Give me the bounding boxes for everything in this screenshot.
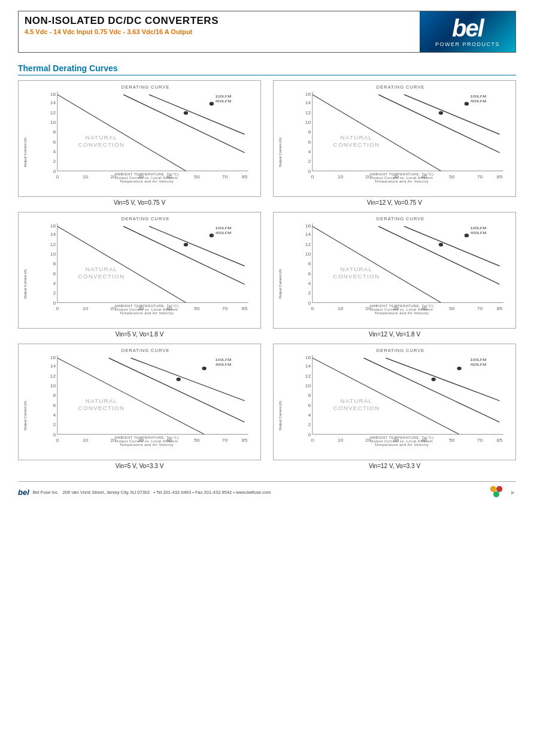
svg-line-47 bbox=[312, 95, 441, 171]
svg-text:8: 8 bbox=[53, 262, 56, 266]
svg-text:CONVECTION: CONVECTION bbox=[333, 406, 380, 411]
charts-grid: DERATING CURVE Output Current (A) 0 2 4 … bbox=[18, 80, 516, 469]
svg-text:12: 12 bbox=[305, 374, 311, 378]
y-axis-label-6: Output Current (A) bbox=[278, 401, 282, 430]
chart-container-1: DERATING CURVE Output Current (A) 0 2 4 … bbox=[18, 80, 261, 206]
chart-container-5: DERATING CURVE Output Current (A) 0 2 4 … bbox=[18, 344, 261, 469]
page-header: NON-ISOLATED DC/DC CONVERTERS 4.5 Vdc - … bbox=[18, 11, 516, 53]
footer-address: 206 Van Vorst Street, Jersey City, NJ 07… bbox=[63, 490, 150, 495]
svg-text:8: 8 bbox=[308, 262, 311, 266]
svg-text:14: 14 bbox=[305, 364, 311, 369]
svg-text:16: 16 bbox=[50, 356, 56, 360]
svg-text:CONVECTION: CONVECTION bbox=[78, 142, 125, 148]
svg-point-135 bbox=[202, 366, 206, 370]
svg-text:16: 16 bbox=[50, 224, 56, 229]
svg-point-168 bbox=[490, 486, 496, 492]
svg-text:10: 10 bbox=[50, 384, 56, 388]
svg-text:14: 14 bbox=[305, 101, 311, 105]
footer-contact: • Tel 201-432-0463 • Fax 201-432-9542 • … bbox=[153, 490, 271, 495]
svg-text:16: 16 bbox=[50, 92, 56, 97]
bel-logo-icon bbox=[490, 485, 503, 499]
chart-title-2: DERATING CURVE bbox=[290, 84, 511, 90]
y-axis-label-3: Output Current (A) bbox=[23, 269, 27, 299]
svg-text:2: 2 bbox=[308, 291, 311, 296]
svg-text:400LFM: 400LFM bbox=[471, 99, 487, 103]
svg-text:2: 2 bbox=[53, 159, 56, 164]
svg-text:12: 12 bbox=[305, 242, 311, 247]
svg-line-132 bbox=[109, 358, 245, 422]
chart-box-1: DERATING CURVE Output Current (A) 0 2 4 … bbox=[18, 80, 261, 197]
svg-text:12: 12 bbox=[50, 110, 56, 115]
svg-line-103 bbox=[312, 226, 441, 303]
svg-text:400LFM: 400LFM bbox=[471, 231, 487, 235]
svg-text:2: 2 bbox=[308, 159, 311, 164]
svg-text:400LFM: 400LFM bbox=[216, 363, 232, 366]
chart-container-3: DERATING CURVE Output Current (A) 0 2 4 … bbox=[18, 212, 261, 338]
page-subtitle: 4.5 Vdc - 14 Vdc Input 0.75 Vdc - 3.63 V… bbox=[25, 28, 414, 35]
svg-line-159 bbox=[312, 358, 459, 435]
svg-text:4: 4 bbox=[53, 150, 56, 154]
section-title: Thermal Derating Curves bbox=[18, 63, 516, 75]
svg-text:2: 2 bbox=[308, 423, 311, 427]
svg-text:NATURAL: NATURAL bbox=[86, 398, 118, 403]
chart-box-5: DERATING CURVE Output Current (A) 0 2 4 … bbox=[18, 344, 261, 460]
y-axis-label-1: Output Current (A) bbox=[23, 138, 27, 167]
svg-text:100LFM: 100LFM bbox=[216, 95, 232, 98]
svg-text:400LFM: 400LFM bbox=[216, 231, 232, 235]
svg-line-160 bbox=[364, 358, 500, 422]
footer-logo: bel bbox=[18, 488, 29, 497]
chart-caption-3: Vin=5 V, Vo=1.8 V bbox=[116, 331, 164, 338]
chart-title-6: DERATING CURVE bbox=[290, 348, 511, 353]
svg-text:NATURAL: NATURAL bbox=[86, 135, 118, 140]
chart-container-4: DERATING CURVE Output Current (A) 0 2 4 … bbox=[273, 212, 516, 338]
chart-box-4: DERATING CURVE Output Current (A) 0 2 4 … bbox=[273, 212, 516, 329]
chart-box-6: DERATING CURVE Output Current (A) 0 2 4 … bbox=[273, 344, 516, 460]
svg-text:NATURAL: NATURAL bbox=[341, 135, 373, 140]
chart-title-5: DERATING CURVE bbox=[35, 348, 256, 353]
chart-box-2: DERATING CURVE Output Current (A) 0 2 4 … bbox=[273, 80, 516, 197]
header-title-block: NON-ISOLATED DC/DC CONVERTERS 4.5 Vdc - … bbox=[19, 11, 420, 52]
x-axis-label-3: AMBIENT TEMPERATURE, Ta(°C) Output Curre… bbox=[35, 304, 258, 315]
svg-point-162 bbox=[432, 378, 436, 381]
chart-caption-1: Vin=5 V, Vo=0.75 V bbox=[114, 199, 165, 206]
svg-line-75 bbox=[57, 226, 186, 303]
svg-text:NATURAL: NATURAL bbox=[341, 266, 373, 272]
x-axis-label-1: AMBIENT TEMPERATURE, Ta(°C) Output Curre… bbox=[35, 172, 258, 183]
chart-title-3: DERATING CURVE bbox=[35, 216, 256, 221]
chart-svg-1: 0 2 4 6 8 10 12 14 16 0 10 20 30 40 50 bbox=[35, 92, 256, 183]
nav-arrow[interactable]: ► bbox=[510, 489, 516, 496]
svg-point-51 bbox=[465, 102, 469, 105]
svg-text:12: 12 bbox=[305, 110, 311, 115]
chart-title-1: DERATING CURVE bbox=[35, 84, 256, 90]
logo-block: bel POWER PRODUCTS bbox=[420, 11, 515, 52]
svg-point-79 bbox=[210, 233, 214, 237]
svg-point-134 bbox=[177, 378, 181, 381]
page-footer: bel Bel Fuse Inc. 206 Van Vorst Street, … bbox=[18, 481, 516, 499]
svg-text:CONVECTION: CONVECTION bbox=[333, 142, 380, 148]
svg-point-106 bbox=[439, 243, 443, 247]
chart-container-6: DERATING CURVE Output Current (A) 0 2 4 … bbox=[273, 344, 516, 469]
svg-text:NATURAL: NATURAL bbox=[86, 266, 118, 272]
svg-text:CONVECTION: CONVECTION bbox=[78, 274, 125, 280]
svg-point-169 bbox=[496, 486, 502, 492]
y-axis-label-2: Output Current (A) bbox=[278, 138, 282, 167]
svg-point-22 bbox=[184, 111, 188, 115]
footer-company: Bel Fuse Inc. bbox=[33, 490, 59, 495]
chart-svg-6: 0 2 4 6 8 10 12 14 16 0 10 20 30 40 50 7… bbox=[290, 355, 511, 447]
svg-line-19 bbox=[57, 95, 186, 171]
svg-point-170 bbox=[493, 491, 499, 497]
svg-text:14: 14 bbox=[305, 232, 311, 237]
svg-text:14: 14 bbox=[50, 364, 56, 369]
y-axis-label-5: Output Current (A) bbox=[23, 401, 27, 430]
svg-point-23 bbox=[210, 102, 214, 105]
logo-power-text: POWER PRODUCTS bbox=[435, 41, 500, 47]
svg-text:4: 4 bbox=[53, 281, 56, 286]
svg-text:NATURAL: NATURAL bbox=[341, 398, 373, 403]
svg-text:8: 8 bbox=[308, 393, 311, 398]
svg-text:2: 2 bbox=[53, 423, 56, 427]
chart-box-3: DERATING CURVE Output Current (A) 0 2 4 … bbox=[18, 212, 261, 329]
svg-text:10: 10 bbox=[305, 384, 311, 388]
chart-svg-2: 0 2 4 6 8 10 12 14 16 0 10 20 30 40 50 7… bbox=[290, 92, 511, 183]
svg-text:400LFM: 400LFM bbox=[216, 99, 232, 103]
svg-text:100LFM: 100LFM bbox=[471, 358, 487, 362]
